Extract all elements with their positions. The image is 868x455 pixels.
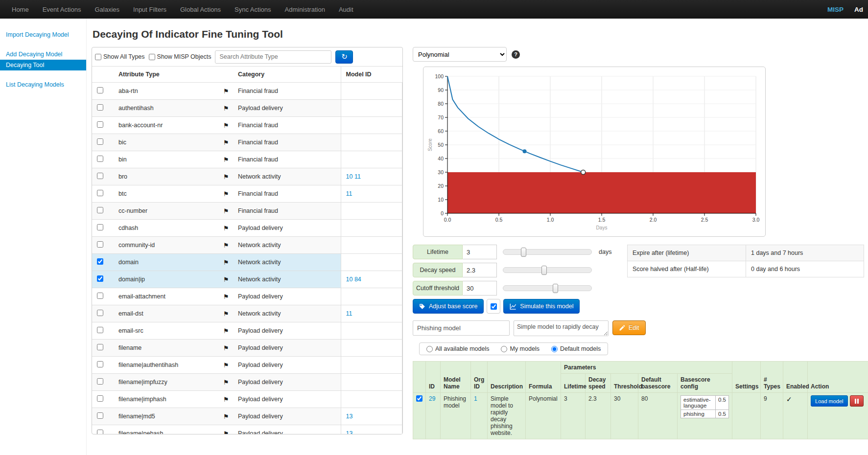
sidebar-item-import-decaying-model[interactable]: Import Decaying Model [0,29,86,40]
flag-icon[interactable]: ⚑ [223,225,229,232]
model-name-input[interactable] [413,320,510,336]
attribute-model-id-link[interactable]: 13 [346,413,353,420]
attribute-model-id-link[interactable]: 84 [354,276,361,283]
attribute-model-id-link[interactable]: 10 [346,173,353,180]
attribute-row-checkbox[interactable] [97,207,103,213]
attribute-model-id-link[interactable]: 10 [346,276,353,283]
attribute-row-checkbox[interactable] [97,293,103,299]
navbar-user-text[interactable]: Ad [851,6,863,13]
attribute-model-id-link[interactable]: 13 [346,430,353,434]
adjust-base-score-checkbox[interactable] [491,303,497,310]
lifetime-input[interactable] [463,245,497,259]
simulate-model-button[interactable]: Simulate this model [503,299,580,314]
flag-icon[interactable]: ⚑ [223,207,229,215]
nav-item-input-filters[interactable]: Input Filters [126,6,173,13]
flag-icon[interactable]: ⚑ [223,105,229,112]
model-scope-radio[interactable] [551,346,558,352]
attribute-checkbox-cell [92,134,114,151]
sidebar-item-add-decaying-model[interactable]: Add Decaying Model [0,49,86,60]
flag-icon[interactable]: ⚑ [223,122,229,129]
show-misp-objects-option[interactable]: Show MISP Objects [149,53,211,60]
formula-select[interactable]: Polynomial [413,47,507,62]
flag-icon[interactable]: ⚑ [223,327,229,335]
flag-icon[interactable]: ⚑ [223,344,229,352]
decay-speed-slider[interactable] [503,267,592,273]
attribute-row-checkbox[interactable] [97,430,103,434]
attribute-row-checkbox[interactable] [97,87,103,93]
decay-speed-input[interactable] [463,263,497,277]
flag-icon[interactable]: ⚑ [223,156,229,163]
attribute-row-checkbox[interactable] [97,224,103,230]
attribute-row-checkbox[interactable] [97,190,103,196]
cutoff-threshold-slider[interactable] [503,285,592,291]
attribute-row-checkbox[interactable] [97,395,103,402]
model-id-link[interactable]: 29 [429,395,435,402]
nav-item-administration[interactable]: Administration [278,6,332,13]
model-org-link[interactable]: 1 [474,395,477,402]
model-description-textarea[interactable]: Simple model to rapidly decay [514,320,609,336]
flag-icon[interactable]: ⚑ [223,173,229,181]
nav-item-sync-actions[interactable]: Sync Actions [228,6,278,13]
flag-icon[interactable]: ⚑ [223,430,229,435]
attribute-row-checkbox[interactable] [97,361,103,367]
attribute-row-checkbox[interactable] [97,378,103,385]
flag-icon[interactable]: ⚑ [223,293,229,300]
model-scope-option-default-models[interactable]: Default models [551,345,601,352]
attribute-row-checkbox[interactable] [97,156,103,162]
model-scope-option-all-available-models[interactable]: All available models [426,345,489,352]
flag-icon[interactable]: ⚑ [223,379,229,386]
load-model-button[interactable]: Load model [811,395,848,407]
show-all-types-option[interactable]: Show All Types [95,53,145,60]
sidebar-item-decaying-tool[interactable]: Decaying Tool [0,60,86,70]
show-all-types-checkbox[interactable] [95,54,101,60]
flag-icon[interactable]: ⚑ [223,259,229,266]
attribute-model-id-link[interactable]: 11 [354,173,361,180]
nav-item-audit[interactable]: Audit [332,6,360,13]
attribute-row-checkbox[interactable] [97,241,103,248]
attribute-model-id-link[interactable]: 11 [346,310,352,317]
attribute-row-checkbox[interactable] [97,121,103,128]
attribute-model-id-link[interactable]: 11 [346,190,352,197]
lifetime-slider[interactable] [503,249,592,255]
flag-icon[interactable]: ⚑ [223,139,229,146]
show-misp-objects-checkbox[interactable] [149,54,155,60]
nav-item-home[interactable]: Home [5,6,36,13]
attribute-row-cdhash: cdhash⚑Payload delivery [92,220,402,237]
flag-icon[interactable]: ⚑ [223,310,229,318]
attribute-row-checkbox[interactable] [97,344,103,350]
attribute-row-checkbox[interactable] [97,412,103,419]
attribute-row-filename: filename⚑Payload delivery [92,340,402,357]
flag-icon[interactable]: ⚑ [223,88,229,95]
model-scope-radio[interactable] [501,346,507,352]
edit-model-button[interactable]: Edit [612,320,646,335]
flag-icon[interactable]: ⚑ [223,362,229,369]
attribute-row-checkbox[interactable] [97,275,103,282]
cutoff-threshold-input[interactable] [463,281,497,296]
refresh-button[interactable]: ↻ [335,50,353,64]
flag-icon[interactable]: ⚑ [223,413,229,420]
attribute-table-scroll[interactable]: Attribute Type Category Model ID aba-rtn… [92,66,402,434]
flag-icon[interactable]: ⚑ [223,396,229,403]
attribute-row-checkbox[interactable] [97,327,103,333]
attribute-row-checkbox[interactable] [97,310,103,316]
flag-icon[interactable]: ⚑ [223,190,229,198]
help-icon[interactable]: ? [512,50,520,59]
attribute-row-checkbox[interactable] [97,258,103,265]
attribute-row-checkbox[interactable] [97,104,103,111]
attribute-row-checkbox[interactable] [97,173,103,179]
attribute-category-cell: Payload delivery [233,100,341,117]
model-row-checkbox[interactable] [416,395,422,402]
flag-icon[interactable]: ⚑ [223,276,229,283]
pause-model-button[interactable] [850,395,864,407]
nav-item-global-actions[interactable]: Global Actions [173,6,228,13]
misp-brand-link[interactable]: MISP [820,6,851,13]
flag-icon[interactable]: ⚑ [223,242,229,249]
model-scope-option-my-models[interactable]: My models [501,345,539,352]
search-attribute-input[interactable] [215,50,331,64]
model-scope-radio[interactable] [426,346,433,352]
nav-item-event-actions[interactable]: Event Actions [36,6,88,13]
adjust-base-score-button[interactable]: Adjust base score [413,299,484,314]
sidebar-item-list-decaying-models[interactable]: List Decaying Models [0,79,86,90]
nav-item-galaxies[interactable]: Galaxies [88,6,126,13]
attribute-row-checkbox[interactable] [97,138,103,145]
